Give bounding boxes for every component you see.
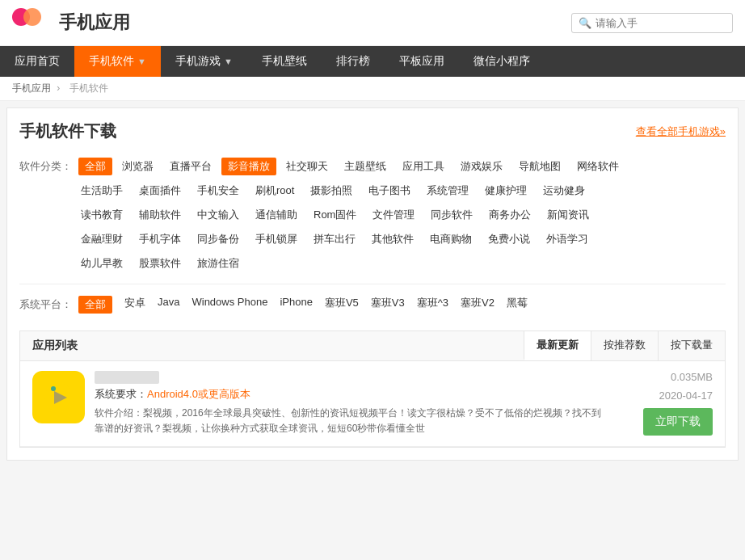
- category-tags5: 幼儿早教 股票软件 旅游住宿: [74, 255, 726, 272]
- category-tag-network[interactable]: 网络软件: [570, 158, 625, 175]
- category-tag-tools[interactable]: 应用工具: [396, 158, 451, 175]
- app-list-header: 应用列表 最新更新 按推荐数 按下载量: [20, 331, 725, 361]
- category-tag-all[interactable]: 全部: [78, 158, 112, 175]
- category-tag-desktop[interactable]: 桌面插件: [133, 182, 187, 200]
- platform-tag-symbian-v5[interactable]: 塞班V5: [325, 296, 359, 314]
- search-box[interactable]: 🔍: [571, 13, 733, 33]
- category-tag-travel[interactable]: 旅游住宿: [191, 255, 246, 272]
- platform-tag-all[interactable]: 全部: [78, 296, 112, 314]
- category-tag-life[interactable]: 生活助手: [74, 182, 129, 200]
- app-list-title: 应用列表: [20, 332, 90, 360]
- nav-dropdown-icon: ▼: [137, 57, 146, 66]
- category-tag-input[interactable]: 中文输入: [191, 206, 246, 224]
- breadcrumb-separator: ›: [57, 82, 62, 94]
- category-tag-social[interactable]: 社交聊天: [280, 158, 335, 175]
- app-name-bar: [95, 371, 604, 384]
- breadcrumb: 手机应用 › 手机软件: [0, 77, 745, 101]
- tab-downloads[interactable]: 按下载量: [658, 331, 725, 360]
- app-info: 系统要求：Android4.0或更高版本 软件介绍：梨视频，2016年全球最具突…: [95, 371, 604, 436]
- category-tag-office[interactable]: 商务办公: [482, 206, 537, 224]
- page-title: 手机软件下载: [19, 120, 116, 142]
- category-tag-font[interactable]: 手机字体: [133, 230, 187, 248]
- nav-item-software[interactable]: 手机软件 ▼: [74, 46, 161, 77]
- category-tags3: 读书教育 辅助软件 中文输入 通信辅助 Rom固件 文件管理 同步软件 商务办公…: [74, 206, 726, 224]
- category-tag-lockscreen[interactable]: 手机锁屏: [249, 230, 304, 248]
- category-tag-lang[interactable]: 外语学习: [540, 230, 595, 248]
- tab-latest-update[interactable]: 最新更新: [524, 331, 591, 360]
- filter-divider: [19, 284, 726, 284]
- breadcrumb-home[interactable]: 手机应用: [12, 82, 51, 94]
- category-tags2: 生活助手 桌面插件 手机安全 刷机root 摄影拍照 电子图书 系统管理 健康护…: [74, 182, 726, 200]
- category-label: 软件分类：: [19, 158, 72, 174]
- category-tag-news[interactable]: 新闻资讯: [541, 206, 596, 224]
- category-tag-filemgr[interactable]: 文件管理: [366, 206, 421, 224]
- category-tag-assist[interactable]: 辅助软件: [133, 206, 187, 224]
- category-tag-fitness[interactable]: 运动健身: [537, 182, 591, 200]
- category-tag-backup[interactable]: 同步备份: [191, 230, 246, 248]
- category-tag-flash[interactable]: 刷机root: [249, 182, 301, 200]
- category-tag-edu[interactable]: 读书教育: [74, 206, 129, 224]
- category-tag-ebook[interactable]: 电子图书: [362, 182, 417, 200]
- category-tag-live[interactable]: 直播平台: [163, 158, 218, 175]
- category-tag-stock[interactable]: 股票软件: [133, 255, 187, 272]
- category-tag-photo[interactable]: 摄影拍照: [304, 182, 359, 200]
- category-tags4: 金融理财 手机字体 同步备份 手机锁屏 拼车出行 其他软件 电商购物 免费小说 …: [74, 230, 726, 248]
- platform-tag-blackberry[interactable]: 黑莓: [507, 296, 528, 314]
- platform-tag-symbian-v3[interactable]: 塞班V3: [371, 296, 405, 314]
- category-tag-video[interactable]: 影音播放: [221, 158, 276, 175]
- app-size: 0.035MB: [671, 371, 713, 383]
- app-meta: 0.035MB 2020-04-17 立即下载: [616, 371, 713, 436]
- category-tag-rom[interactable]: Rom固件: [307, 206, 363, 224]
- platform-tag-symbian-3[interactable]: 塞班^3: [417, 296, 448, 314]
- category-tag-game-ent[interactable]: 游戏娱乐: [454, 158, 509, 175]
- logo-circle-orange: [23, 8, 41, 26]
- category-tag-other[interactable]: 其他软件: [365, 230, 420, 248]
- app-download-button[interactable]: 立即下载: [643, 408, 713, 436]
- category-tag-comm[interactable]: 通信辅助: [249, 206, 304, 224]
- category-tag-browser[interactable]: 浏览器: [116, 158, 160, 175]
- nav-item-home[interactable]: 应用首页: [0, 46, 74, 77]
- platform-tag-iphone[interactable]: iPhone: [280, 296, 312, 314]
- nav-item-wechat[interactable]: 微信小程序: [459, 46, 545, 77]
- title-row: 手机软件下载 查看全部手机游戏»: [19, 120, 726, 142]
- app-icon: [32, 371, 85, 423]
- logo-icon: [12, 6, 53, 39]
- category-tag-theme[interactable]: 主题壁纸: [338, 158, 393, 175]
- view-all-games-link[interactable]: 查看全部手机游戏»: [636, 124, 726, 139]
- nav-item-tablet[interactable]: 平板应用: [385, 46, 459, 77]
- tab-recommended[interactable]: 按推荐数: [591, 331, 658, 360]
- category-tag-ecomm[interactable]: 电商购物: [423, 230, 478, 248]
- filter-section: 软件分类： 全部 浏览器 直播平台 影音播放 社交聊天 主题壁纸 应用工具 游戏…: [19, 154, 726, 276]
- category-label5: [19, 255, 68, 256]
- nav-item-wallpaper[interactable]: 手机壁纸: [247, 46, 322, 77]
- category-tag-carpool[interactable]: 拼车出行: [307, 230, 362, 248]
- app-item: 系统要求：Android4.0或更高版本 软件介绍：梨视频，2016年全球最具突…: [20, 361, 725, 447]
- logo-area: 手机应用: [12, 6, 130, 39]
- nav-item-ranking[interactable]: 排行榜: [322, 46, 385, 77]
- category-tag-finance[interactable]: 金融理财: [74, 230, 129, 248]
- category-tag-health[interactable]: 健康护理: [478, 182, 533, 200]
- category-label2: [19, 182, 68, 183]
- platform-label: 系统平台：: [19, 297, 72, 312]
- category-tag-security[interactable]: 手机安全: [191, 182, 246, 200]
- nav-item-games[interactable]: 手机游戏 ▼: [161, 46, 247, 77]
- main-nav: 应用首页 手机软件 ▼ 手机游戏 ▼ 手机壁纸 排行榜 平板应用 微信小程序: [0, 46, 745, 77]
- category-tag-sysmgr[interactable]: 系统管理: [420, 182, 475, 200]
- app-system-req: 系统要求：Android4.0或更高版本: [95, 387, 604, 402]
- category-tag-kids[interactable]: 幼儿早教: [74, 255, 129, 272]
- category-filter-row5: 幼儿早教 股票软件 旅游住宿: [19, 251, 726, 276]
- search-input[interactable]: [596, 17, 726, 29]
- search-icon: 🔍: [579, 17, 591, 29]
- platform-tags: 全部 安卓 Java Windows Phone iPhone 塞班V5 塞班V…: [78, 296, 528, 314]
- platform-tag-winphone[interactable]: Windows Phone: [192, 296, 267, 314]
- platform-tag-java[interactable]: Java: [158, 296, 179, 314]
- platform-tag-android[interactable]: 安卓: [124, 296, 145, 314]
- category-tag-novel[interactable]: 免费小说: [482, 230, 537, 248]
- category-tag-nav[interactable]: 导航地图: [512, 158, 567, 175]
- breadcrumb-current: 手机软件: [69, 82, 108, 94]
- category-tag-sync[interactable]: 同步软件: [424, 206, 479, 224]
- category-label3: [19, 206, 68, 208]
- main-content: 手机软件下载 查看全部手机游戏» 软件分类： 全部 浏览器 直播平台 影音播放 …: [6, 107, 739, 461]
- category-filter-row2: 生活助手 桌面插件 手机安全 刷机root 摄影拍照 电子图书 系统管理 健康护…: [19, 179, 726, 203]
- platform-tag-symbian-v2[interactable]: 塞班V2: [461, 296, 495, 314]
